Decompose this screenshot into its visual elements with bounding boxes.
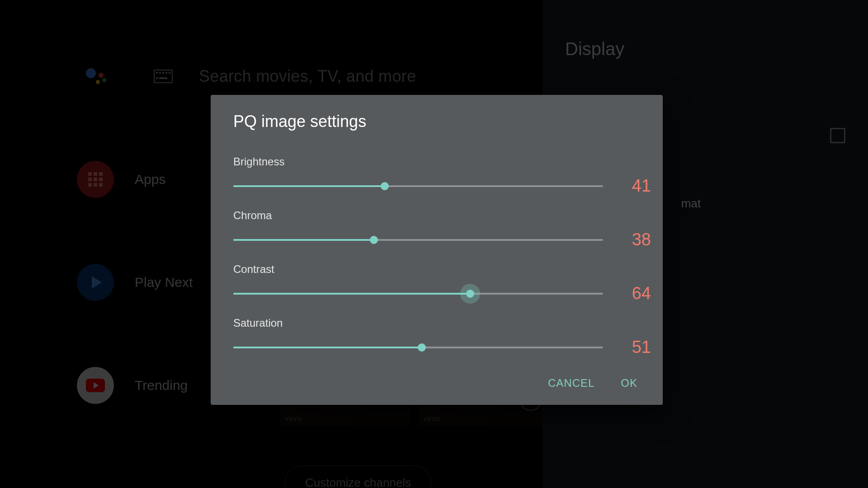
contrast-value: 64	[624, 284, 651, 303]
brightness-value: 41	[624, 176, 651, 196]
chroma-value: 38	[624, 230, 651, 249]
dialog-title: PQ image settings	[233, 112, 640, 131]
chroma-slider-block: Chroma 38	[233, 209, 640, 249]
brightness-slider-block: Brightness 41	[233, 155, 640, 196]
ok-button[interactable]: OK	[621, 377, 637, 389]
dialog-actions: CANCEL OK	[233, 377, 640, 389]
brightness-label: Brightness	[233, 155, 640, 168]
saturation-slider-block: Saturation 51	[233, 317, 640, 357]
saturation-slider[interactable]	[233, 347, 603, 348]
saturation-label: Saturation	[233, 317, 640, 329]
chroma-label: Chroma	[233, 209, 640, 222]
contrast-slider[interactable]	[233, 293, 603, 295]
contrast-label: Contrast	[233, 263, 640, 276]
pq-image-settings-dialog: PQ image settings Brightness 41 Chroma 3…	[211, 95, 663, 405]
chroma-slider[interactable]	[233, 239, 603, 241]
brightness-slider[interactable]	[233, 185, 603, 187]
cancel-button[interactable]: CANCEL	[548, 377, 594, 389]
contrast-slider-block: Contrast 64	[233, 263, 640, 303]
saturation-value: 51	[624, 338, 651, 357]
